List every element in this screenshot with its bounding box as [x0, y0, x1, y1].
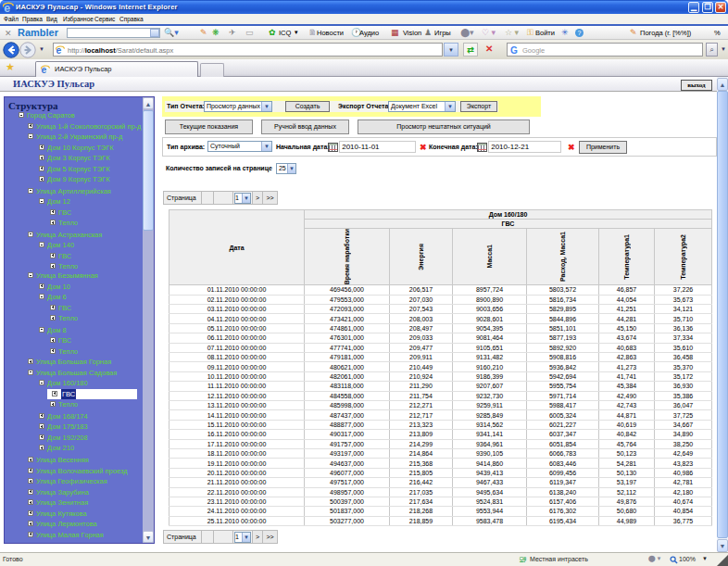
svg-text:G: G [510, 45, 518, 56]
